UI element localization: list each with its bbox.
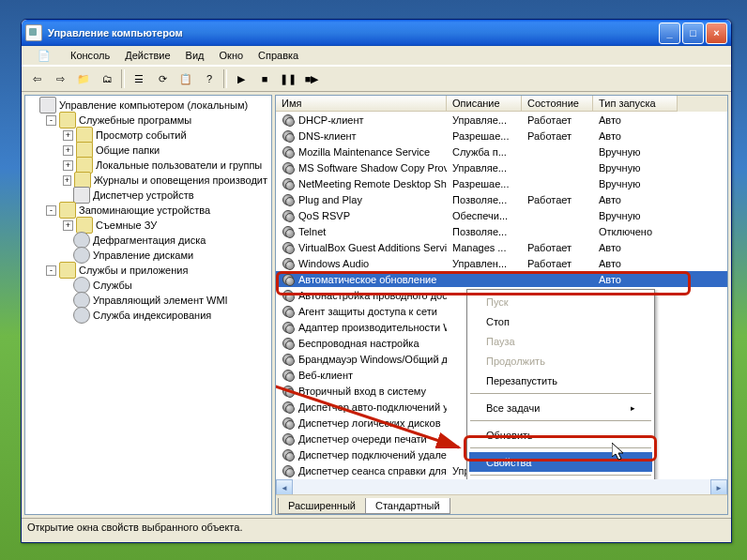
tree-node[interactable]: +Общие папки <box>25 143 271 158</box>
service-description: Разрешае... <box>447 178 522 189</box>
mmc-window: Управление компьютером _ □ × 📄 Консоль Д… <box>21 19 732 543</box>
menu-view[interactable]: Вид <box>178 48 212 63</box>
scrollbar-horizontal[interactable]: ◄ ► <box>276 479 727 494</box>
expand-icon[interactable]: - <box>46 115 56 126</box>
tree-node[interactable]: +Просмотр событий <box>25 128 271 143</box>
ctx-start[interactable]: Пуск <box>469 292 652 311</box>
service-row[interactable]: Windows AudioУправлен...РаботаетАвто <box>276 255 727 271</box>
maximize-button[interactable]: □ <box>682 23 704 44</box>
restart-button[interactable]: ■▶ <box>300 68 323 90</box>
tree-node[interactable]: -Запоминающие устройства <box>25 203 271 218</box>
node-icon <box>59 202 76 219</box>
service-row[interactable]: Автоматическое обновлениеАвто <box>276 271 727 287</box>
menu-window[interactable]: Окно <box>212 48 252 63</box>
forward-button[interactable]: ⇨ <box>49 68 71 90</box>
menu-console[interactable]: Консоль <box>63 48 117 63</box>
refresh-button[interactable]: ⟳ <box>151 68 174 90</box>
tree-node[interactable]: +Съемные ЗУ <box>25 218 271 233</box>
service-description: Служба п... <box>447 146 522 158</box>
service-startup: Авто <box>593 258 678 269</box>
service-description: Позволяе... <box>447 194 522 205</box>
menu-help[interactable]: Справка <box>251 48 306 63</box>
start-button[interactable]: ▶ <box>230 68 252 90</box>
service-name: Беспроводная настройка <box>298 338 419 349</box>
tab-extended[interactable]: Расширенный <box>278 498 366 514</box>
scroll-track[interactable] <box>293 479 710 494</box>
tree-node[interactable]: +Локальные пользователи и группы <box>25 158 271 173</box>
service-row[interactable]: Mozilla Maintenance ServiceСлужба п...Вр… <box>276 144 727 159</box>
ctx-properties[interactable]: Свойства <box>469 452 652 472</box>
ctx-resume[interactable]: Продолжить <box>469 351 652 371</box>
gears-icon <box>282 273 295 286</box>
service-row[interactable]: DHCP-клиентУправляе...РаботаетАвто <box>276 112 727 128</box>
titlebar[interactable]: Управление компьютером _ □ × <box>22 20 731 46</box>
expand-icon[interactable]: + <box>63 220 73 231</box>
service-description: Обеспечи... <box>447 210 522 221</box>
show-hide-button[interactable]: 🗂 <box>96 68 118 90</box>
close-button[interactable]: × <box>706 23 727 44</box>
node-label: Просмотр событий <box>96 129 187 141</box>
separator <box>470 447 651 449</box>
pause-button[interactable]: ❚❚ <box>277 68 299 90</box>
export-button[interactable]: 📋 <box>175 68 197 90</box>
minimize-button[interactable]: _ <box>659 23 680 44</box>
back-button[interactable]: ⇦ <box>25 68 48 90</box>
col-description[interactable]: Описание <box>447 96 522 112</box>
service-name: NetMeeting Remote Desktop Sharing <box>298 178 447 189</box>
expand-icon[interactable]: + <box>63 130 73 141</box>
tab-standard[interactable]: Стандартный <box>365 498 450 514</box>
rows-container[interactable]: Пуск Стоп Пауза Продолжить Перезапустить… <box>276 112 727 479</box>
expand-icon[interactable]: + <box>63 175 71 186</box>
col-status[interactable]: Состояние <box>522 96 593 112</box>
col-name[interactable]: Имя <box>276 96 447 112</box>
tree-node[interactable]: -Службы и приложения <box>25 263 271 278</box>
tree-node[interactable]: -Служебные программы <box>25 113 271 128</box>
service-row[interactable]: NetMeeting Remote Desktop SharingРазреша… <box>276 175 727 191</box>
service-startup: Отключено <box>593 226 678 237</box>
service-row[interactable]: TelnetПозволяе...Отключено <box>276 223 727 239</box>
service-startup: Авто <box>593 274 678 285</box>
tree-node[interactable]: Службы <box>25 278 271 293</box>
tree-node[interactable]: Служба индексирования <box>25 308 271 323</box>
expand-icon[interactable]: - <box>46 265 56 276</box>
properties-button[interactable]: ☰ <box>128 68 150 90</box>
ctx-all-tasks[interactable]: Все задачи <box>469 398 652 417</box>
service-row[interactable]: VirtualBox Guest Additions ServiceManage… <box>276 239 727 255</box>
ctx-stop[interactable]: Стоп <box>469 311 652 331</box>
tree-node[interactable]: Управление дисками <box>25 248 271 263</box>
expand-icon[interactable]: - <box>46 205 56 216</box>
ctx-restart[interactable]: Перезапустить <box>469 371 652 390</box>
tree-node[interactable]: Управление компьютером (локальным) <box>25 98 271 113</box>
tree-node[interactable]: Управляющий элемент WMI <box>25 293 271 308</box>
menubar: 📄 Консоль Действие Вид Окно Справка <box>22 46 731 66</box>
tree-node[interactable]: Диспетчер устройств <box>25 188 271 203</box>
menu-action[interactable]: Действие <box>117 48 177 63</box>
separator <box>223 69 227 88</box>
service-name: MS Software Shadow Copy Provider <box>298 162 447 174</box>
node-icon <box>73 247 90 264</box>
ctx-refresh[interactable]: Обновить <box>469 425 652 445</box>
service-row[interactable]: Plug and PlayПозволяе...РаботаетАвто <box>276 191 727 207</box>
service-row[interactable]: MS Software Shadow Copy ProviderУправляе… <box>276 159 727 175</box>
gears-icon <box>282 385 295 398</box>
gears-icon <box>282 257 295 270</box>
node-label: Дефрагментация диска <box>93 235 206 246</box>
list-panel: Имя Описание Состояние Тип запуска Пуск … <box>275 95 728 515</box>
ctx-pause[interactable]: Пауза <box>469 331 652 351</box>
service-row[interactable]: DNS-клиентРазрешае...РаботаетАвто <box>276 128 727 144</box>
expand-icon[interactable]: + <box>63 145 73 156</box>
stop-button[interactable]: ■ <box>253 68 276 90</box>
service-startup: Авто <box>593 130 678 142</box>
service-status: Работает <box>522 114 593 126</box>
node-label: Диспетчер устройств <box>93 189 194 201</box>
tree-node[interactable]: Дефрагментация диска <box>25 233 271 248</box>
help-button[interactable]: ? <box>198 68 221 90</box>
expand-icon[interactable]: + <box>63 160 73 171</box>
service-row[interactable]: QoS RSVPОбеспечи...Вручную <box>276 207 727 223</box>
up-button[interactable]: 📁 <box>72 68 95 90</box>
tree-node[interactable]: +Журналы и оповещения производит <box>25 173 271 188</box>
node-icon <box>73 307 90 324</box>
toolbar: ⇦ ⇨ 📁 🗂 ☰ ⟳ 📋 ? ▶ ■ ❚❚ ■▶ <box>22 66 731 92</box>
tree-view[interactable]: Управление компьютером (локальным)-Служе… <box>24 95 272 515</box>
col-startup[interactable]: Тип запуска <box>593 96 678 112</box>
